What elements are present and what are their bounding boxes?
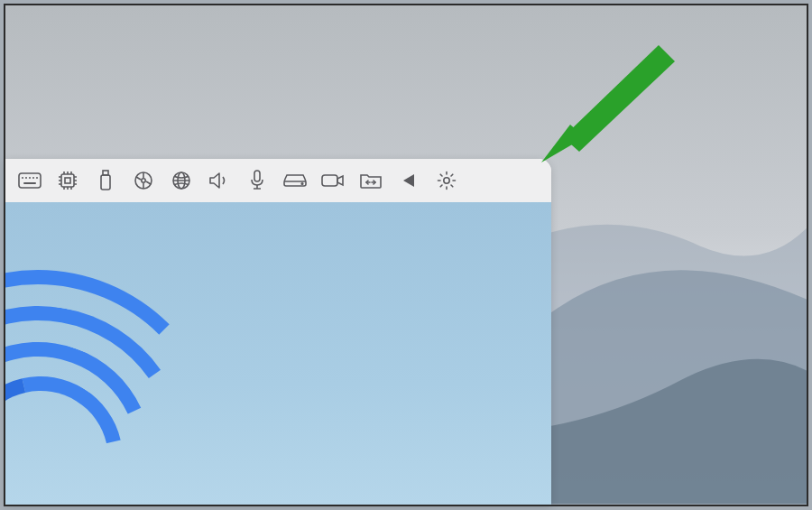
screenshot-border xyxy=(4,4,808,506)
screenshot-stage xyxy=(0,0,812,510)
